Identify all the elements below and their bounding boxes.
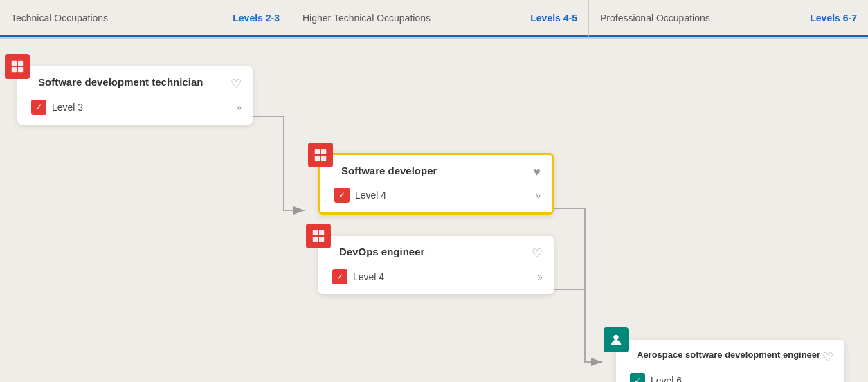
card-title-tech1: Software development technician (38, 76, 230, 88)
col-levels-higher: Levels 4-5 (530, 12, 577, 24)
col-header-professional: Professional Occupations Levels 6-7 (588, 0, 868, 37)
level-badge-higher1: ✓ Level 4 (334, 188, 386, 203)
level-text-higher2: Level 4 (353, 271, 384, 282)
card-icon-red-tech1 (5, 54, 30, 79)
svg-rect-8 (321, 156, 326, 161)
svg-rect-10 (319, 230, 324, 235)
svg-rect-12 (319, 237, 324, 242)
svg-rect-7 (315, 156, 320, 161)
card-icon-red-higher2 (306, 224, 331, 248)
col-title-technical: Technical Occupations (11, 12, 108, 24)
building-icon-tech1 (10, 59, 25, 74)
card-icon-wrap-tech1 (5, 54, 30, 79)
svg-rect-6 (321, 149, 326, 154)
level-badge-tech1: ✓ Level 3 (31, 100, 83, 115)
card-title-higher2: DevOps engineer (339, 246, 532, 257)
card-footer-prof1: ✓ Level 6 (627, 373, 833, 382)
col-levels-professional: Levels 6-7 (810, 12, 857, 24)
heart-button-tech1[interactable]: ♡ (230, 76, 242, 91)
card-header-prof1: Aerospace software development engineer … (627, 349, 833, 365)
card-devops-engineer: DevOps engineer ♡ ✓ Level 4 » (318, 236, 554, 294)
level-badge-higher2: ✓ Level 4 (332, 269, 384, 284)
level-check-prof1: ✓ (630, 373, 645, 382)
card-icon-teal-prof1 (604, 327, 629, 352)
svg-rect-3 (12, 67, 17, 72)
svg-rect-4 (18, 67, 23, 72)
chevron-tech1[interactable]: » (236, 102, 242, 113)
card-title-higher1: Software developer (341, 165, 533, 176)
building-icon-higher1 (313, 147, 328, 163)
card-footer-higher2: ✓ Level 4 » (329, 269, 543, 284)
level-text-higher1: Level 4 (355, 190, 386, 201)
card-icon-wrap-higher1 (308, 143, 333, 167)
card-header-tech1: Software development technician ♡ (28, 76, 242, 91)
card-footer-higher1: ✓ Level 4 » (332, 188, 541, 203)
level-check-tech1: ✓ (31, 100, 46, 115)
col-header-technical: Technical Occupations Levels 2-3 (0, 0, 291, 37)
chevron-higher1[interactable]: » (535, 190, 541, 201)
card-icon-red-higher1 (308, 143, 333, 167)
card-icon-wrap-higher2 (306, 224, 331, 248)
person-icon-prof1 (608, 332, 624, 347)
heart-button-higher2[interactable]: ♡ (532, 246, 543, 261)
col-levels-technical: Levels 2-3 (233, 12, 280, 24)
svg-rect-1 (12, 61, 17, 66)
columns-header: Technical Occupations Levels 2-3 Higher … (0, 0, 868, 39)
card-header-higher2: DevOps engineer ♡ (329, 246, 543, 261)
card-icon-wrap-prof1 (604, 327, 629, 352)
building-icon-higher2 (311, 228, 326, 244)
col-title-higher: Higher Technical Occupations (302, 12, 431, 24)
svg-rect-11 (313, 237, 318, 242)
svg-rect-9 (313, 230, 318, 235)
heart-button-prof1[interactable]: ♡ (822, 349, 833, 365)
card-aerospace-engineer: Aerospace software development engineer … (616, 340, 844, 382)
card-header-higher1: Software developer ♥ (332, 165, 541, 179)
card-software-dev-technician: Software development technician ♡ ✓ Leve… (17, 66, 253, 125)
svg-point-13 (613, 335, 618, 340)
svg-rect-2 (18, 61, 23, 66)
card-software-developer: Software developer ♥ ✓ Level 4 » (318, 153, 554, 215)
level-text-prof1: Level 6 (651, 375, 682, 382)
level-badge-prof1: ✓ Level 6 (630, 373, 682, 382)
col-header-higher: Higher Technical Occupations Levels 4-5 (291, 0, 588, 37)
card-footer-tech1: ✓ Level 3 » (28, 100, 242, 115)
chevron-higher2[interactable]: » (537, 271, 543, 282)
col-title-professional: Professional Occupations (600, 12, 710, 24)
level-text-tech1: Level 3 (52, 102, 83, 113)
level-check-higher2: ✓ (332, 269, 347, 284)
svg-rect-5 (315, 149, 320, 154)
card-title-prof1: Aerospace software development engineer (637, 349, 822, 360)
heart-button-higher1[interactable]: ♥ (533, 165, 541, 179)
level-check-higher1: ✓ (334, 188, 350, 203)
cards-area: Software development technician ♡ ✓ Leve… (0, 39, 868, 382)
